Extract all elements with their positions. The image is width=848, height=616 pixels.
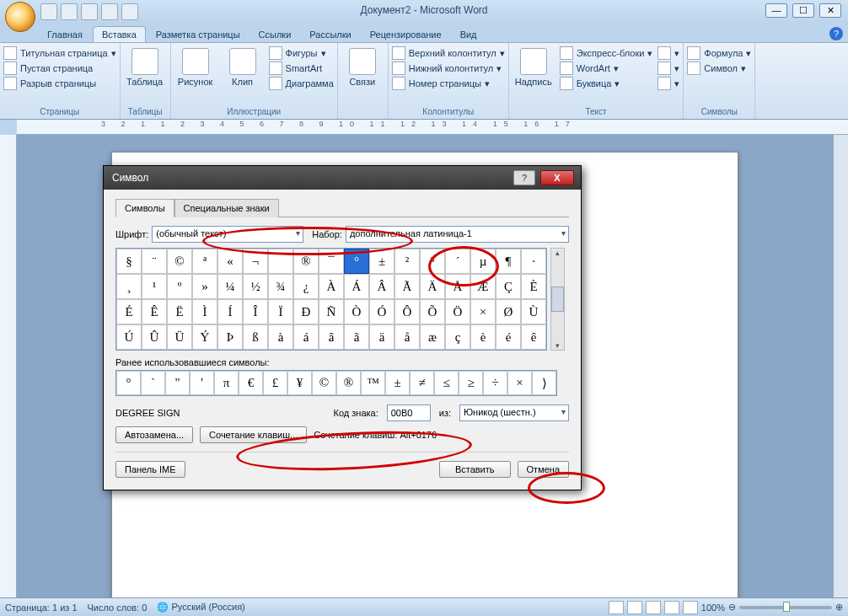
symbol-cell[interactable]: ° [344,249,369,274]
close-button[interactable]: ✕ [819,3,841,18]
symbol-cell[interactable]: ª [192,249,217,274]
symbol-cell[interactable]: Æ [470,274,496,299]
symbol-cell[interactable]: · [521,249,546,274]
symbol-cell[interactable]: ¸ [116,274,142,299]
ribbon-tab-1[interactable]: Вставка [93,26,146,42]
view-web-icon[interactable] [646,601,661,614]
symbol-cell[interactable]: ½ [243,274,268,299]
recent-symbol-cell[interactable]: ⟩ [532,371,556,395]
recent-symbol-cell[interactable]: ± [385,371,410,395]
tab-special-chars[interactable]: Специальные знаки [174,199,279,217]
symbol-cell[interactable]: Ö [445,299,470,324]
symbol-cell[interactable]: Á [344,274,369,299]
symbol-cell[interactable]: Ð [293,299,319,324]
smartart-button[interactable]: SmartArt [269,62,334,75]
clip-button[interactable]: Клип [222,45,264,87]
text-aux1-button[interactable]: ▾ [657,46,679,60]
view-fullscreen-icon[interactable] [627,601,642,614]
ribbon-tab-3[interactable]: Ссылки [250,27,300,42]
symbol-cell[interactable]: À [319,274,344,299]
maximize-button[interactable]: ☐ [792,3,814,18]
ribbon-tab-2[interactable]: Разметка страницы [148,27,249,42]
page-break-button[interactable]: Разрыв страницы [3,77,116,90]
zoom-value[interactable]: 100% [701,603,725,613]
symbol-cell[interactable]: ¼ [217,274,243,299]
subset-combo[interactable]: дополнительная латиница-1 [346,226,569,243]
blank-page-button[interactable]: Пустая страница [3,62,116,75]
table-button[interactable]: Таблица [124,45,166,87]
symbol-cell[interactable]: Ù [521,299,546,324]
symbol-cell[interactable]: Ó [369,299,394,324]
status-words[interactable]: Число слов: 0 [88,603,148,613]
recent-symbol-cell[interactable]: ° [116,371,141,395]
recent-symbol-cell[interactable]: ÷ [483,371,507,395]
dropcap-button[interactable]: Буквица ▾ [560,77,653,90]
recent-symbol-cell[interactable]: € [239,371,263,395]
page-number-button[interactable]: Номер страницы ▾ [392,77,505,90]
symbol-cell[interactable]: à [268,324,293,350]
office-button[interactable] [5,2,35,32]
ime-panel-button[interactable]: Панель IME [115,461,185,478]
recent-symbol-cell[interactable]: π [214,371,239,395]
symbol-cell[interactable]: Ã [394,274,420,299]
symbol-cell[interactable]: Ì [192,299,217,324]
symbol-cell[interactable]: « [217,249,243,274]
symbol-cell[interactable]: Ê [142,299,167,324]
view-draft-icon[interactable] [683,601,698,614]
char-code-field[interactable] [387,404,431,421]
symbol-cell[interactable]: © [167,249,192,274]
recent-symbol-cell[interactable]: " [165,371,190,395]
ribbon-tab-0[interactable]: Главная [39,27,91,42]
symbol-cell[interactable]: Ü [167,324,192,350]
symbol-cell[interactable]: º [167,274,192,299]
symbol-cell[interactable]: Í [217,299,243,324]
autocorrect-button[interactable]: Автозамена... [115,426,193,443]
symbol-cell[interactable]: â [319,324,344,350]
links-button[interactable]: Связи [341,45,384,87]
text-aux3-button[interactable]: ▾ [657,77,679,90]
from-combo[interactable]: Юникод (шестн.) [459,404,569,421]
chart-button[interactable]: Диаграмма [269,77,334,90]
textbox-button[interactable]: Надпись [513,45,555,87]
symbol-button[interactable]: Символ ▾ [687,62,751,75]
symbol-cell[interactable]: ¬ [243,249,268,274]
header-button[interactable]: Верхний колонтитул ▾ [392,46,505,60]
grid-scrollbar[interactable]: ▴▾ [550,248,565,351]
shortcut-key-button[interactable]: Сочетание клавиш... [200,426,307,443]
symbol-cell[interactable]: ç [445,324,470,350]
zoom-in-button[interactable]: ⊕ [835,602,843,613]
tab-symbols[interactable]: Символы [115,199,174,217]
symbol-cell[interactable]: ¯ [319,249,344,274]
recent-symbol-cell[interactable]: ™ [361,371,385,395]
symbol-cell[interactable]: ß [243,324,268,350]
status-lang[interactable]: 🌐 Русский (Россия) [157,602,244,613]
symbol-cell[interactable]: Ô [394,299,420,324]
ribbon-tab-4[interactable]: Рассылки [301,27,359,42]
symbol-cell[interactable]: å [394,324,420,350]
font-combo[interactable]: (обычный текст) [152,226,303,243]
status-page[interactable]: Страница: 1 из 1 [5,603,78,613]
minimize-button[interactable]: — [765,3,787,18]
symbol-cell[interactable]: é [496,324,521,350]
symbol-cell[interactable]: ¶ [496,249,521,274]
symbol-cell[interactable]: ² [394,249,420,274]
symbol-cell[interactable]: á [293,324,319,350]
zoom-out-button[interactable]: ⊖ [728,602,736,613]
symbol-cell[interactable]: Ë [167,299,192,324]
dialog-help-button[interactable]: ? [513,170,535,185]
symbol-cell[interactable]: É [116,299,142,324]
symbol-cell[interactable]: Ä [420,274,445,299]
symbol-cell[interactable]: × [470,299,496,324]
symbol-cell[interactable]: ä [369,324,394,350]
recent-symbol-cell[interactable]: ≠ [410,371,434,395]
symbol-cell[interactable]: Ú [116,324,142,350]
zoom-slider[interactable] [739,606,832,609]
vertical-scrollbar[interactable] [833,135,848,597]
symbol-cell[interactable]: ¨ [142,249,167,274]
symbol-cell[interactable]: ´ [445,249,470,274]
cancel-button[interactable]: Отмена [518,461,569,478]
recent-symbol-cell[interactable]: ® [336,371,361,395]
symbol-cell[interactable]: Ò [344,299,369,324]
symbol-cell[interactable]: è [470,324,496,350]
help-icon[interactable]: ? [829,27,843,40]
